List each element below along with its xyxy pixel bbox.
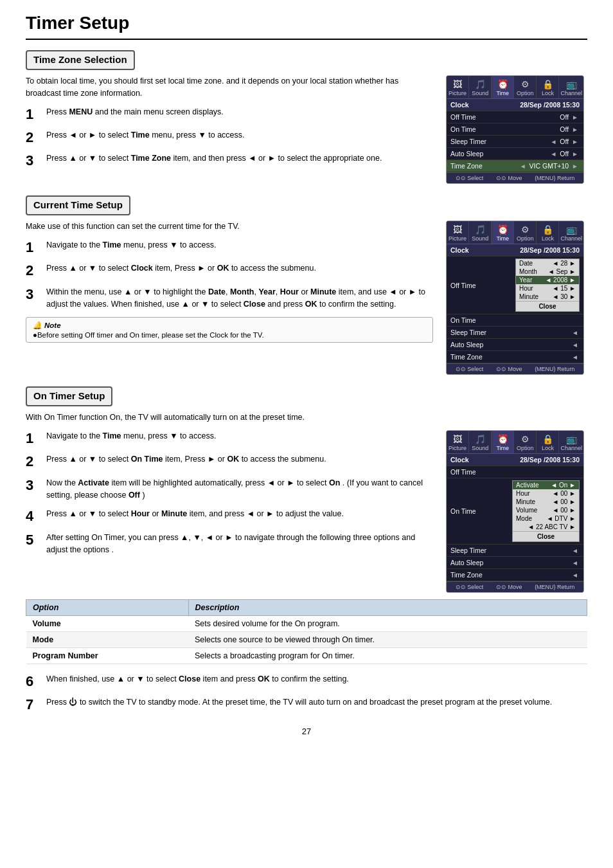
timezone-section: Time Zone Selection To obtain local time…	[26, 50, 587, 184]
popup-hour: Hour◄ 15 ►	[516, 284, 579, 293]
tv-icon-lock-2: 🔒Lock	[537, 221, 559, 244]
step-num-ot-5: 5	[26, 532, 41, 548]
note-title: 🔔 Note	[33, 321, 426, 330]
timezone-steps: To obtain local time, you should first s…	[26, 75, 433, 176]
tv-icon-option: ⚙Option	[514, 76, 537, 98]
step-num-ot-6: 6	[26, 673, 41, 690]
tv-icon-sound-3: 🎵Sound	[469, 431, 492, 453]
page-number: 27	[26, 727, 587, 736]
tv-menu-icons-2: 🖼Picture 🎵Sound ⏰Time ⚙Option 🔒Lock 📺Cha…	[447, 221, 583, 244]
tv-menu-row-sleep-3: Sleep Timer ◄	[447, 545, 583, 557]
step-ot-3: 3 Now the Activate item will be highligh…	[26, 477, 433, 502]
step-text-ot-7: Press ⏻ to switch the TV to standby mode…	[46, 696, 552, 709]
tv-icon-picture: 🖼Picture	[447, 76, 469, 98]
table-row: Program Number Selects a broadcasting pr…	[26, 647, 587, 664]
popup-ot-mode: Mode◄ DTV ►	[513, 514, 579, 523]
step-text-ot-5: After setting On Timer, you can press ▲,…	[46, 532, 433, 557]
tv-menu-row-timezone-3: Time Zone ◄	[447, 569, 583, 581]
tv-icon-option-3: ⚙Option	[514, 431, 537, 453]
tv-icon-channel-3: 📺Channel	[559, 431, 583, 453]
popup-ot-minute: Minute◄ 00 ►	[513, 498, 579, 506]
tv-icon-sound: 🎵Sound	[469, 76, 492, 98]
tv-icon-lock: 🔒Lock	[537, 76, 559, 98]
step-text-ot-6: When finished, use ▲ or ▼ to select Clos…	[46, 673, 349, 685]
tv-icon-time-3: ⏰Time	[492, 431, 514, 453]
step-num-tz-1: 1	[26, 106, 41, 123]
note-box: 🔔 Note ●Before setting Off timer and On …	[26, 317, 433, 343]
on-timer-section: On Timer Setup With On Timer function On…	[26, 386, 587, 714]
on-timer-steps: 1 Navigate to the Time menu, press ▼ to …	[26, 430, 433, 563]
step-text-tz-2: Press ◄ or ► to select Time menu, press …	[46, 129, 245, 141]
popup-ot-close-btn[interactable]: Close	[513, 531, 579, 541]
page-title: Timer Setup	[26, 13, 587, 40]
tv-menu-row-timezone-2: Time Zone ◄	[447, 351, 583, 363]
tv-menu-row-sleep-1: Sleep Timer ◄ Off ►	[447, 136, 583, 148]
step-tz-2: 2 Press ◄ or ► to select Time menu, pres…	[26, 129, 433, 146]
step-text-ot-4: Press ▲ or ▼ to select Hour or Minute it…	[46, 508, 344, 520]
tv-menu-row-autosleep-2: Auto Sleep ◄	[447, 339, 583, 351]
step-tz-3: 3 Press ▲ or ▼ to select Time Zone item,…	[26, 152, 433, 169]
popup-date: Date◄ 28 ►	[516, 259, 579, 267]
tv-icon-time: ⏰Time	[492, 76, 514, 98]
option-mode: Mode	[26, 631, 189, 647]
step-num-ot-1: 1	[26, 430, 41, 447]
step-text-ct-1: Navigate to the Time menu, press ▼ to ac…	[46, 239, 216, 251]
current-time-steps: Make use of this function can set the cu…	[26, 221, 433, 348]
step-text-ct-3: Within the menu, use ▲ or ▼ to highlight…	[46, 286, 433, 311]
on-timer-heading: On Timer Setup	[26, 386, 112, 406]
step-ct-1: 1 Navigate to the Time menu, press ▼ to …	[26, 239, 433, 256]
step-ct-2: 2 Press ▲ or ▼ to select Clock item, Pre…	[26, 262, 433, 279]
tv-menu-footer-2: ⊙⊙ Select⊙⊙ Move(MENU) Return	[447, 363, 583, 374]
step-ot-4: 4 Press ▲ or ▼ to select Hour or Minute …	[26, 508, 433, 525]
step-text-ot-3: Now the Activate item will be highlighte…	[46, 477, 433, 502]
note-label: Note	[44, 321, 61, 329]
current-time-heading: Current Time Setup	[26, 195, 130, 215]
step-num-tz-2: 2	[26, 129, 41, 146]
tv-icon-picture-2: 🖼Picture	[447, 221, 469, 244]
step-text-ot-1: Navigate to the Time menu, press ▼ to ac…	[46, 430, 216, 442]
step-ct-3: 3 Within the menu, use ▲ or ▼ to highlig…	[26, 286, 433, 311]
options-table-header-desc: Description	[188, 599, 587, 615]
tv-menu-row-ontime-1: On Time Off ►	[447, 123, 583, 136]
tv-menu-footer-1: ⊙⊙ Select⊙⊙ Move(MENU) Return	[447, 172, 583, 183]
note-text: ●Before setting Off timer and On timer, …	[33, 331, 264, 339]
tv-menu-row-autosleep-3: Auto Sleep ◄	[447, 557, 583, 569]
ui-menu-3: 🖼Picture 🎵Sound ⏰Time ⚙Option 🔒Lock 📺Cha…	[446, 430, 587, 593]
tv-menu-row-timezone-1: Time Zone ◄ VIC GMT+10 ►	[447, 160, 583, 172]
step-ot-1: 1 Navigate to the Time menu, press ▼ to …	[26, 430, 433, 447]
popup-ot-channel: ◄ 22 ABC TV ►	[513, 523, 579, 531]
current-time-desc: Make use of this function can set the cu…	[26, 221, 433, 233]
popup-ot-volume: Volume◄ 00 ►	[513, 506, 579, 514]
step-ot-2: 2 Press ▲ or ▼ to select On Time item, P…	[26, 453, 433, 470]
step-num-ct-2: 2	[26, 262, 41, 279]
step-num-ct-3: 3	[26, 286, 41, 303]
popup-ot-activate: Activate◄ On ►	[513, 481, 579, 489]
tv-menu-row-offtime-3: Off Time	[447, 466, 583, 478]
step-text-tz-1: Press MENU and the main menu screen disp…	[46, 106, 224, 118]
step-num-tz-3: 3	[26, 152, 41, 169]
tv-menu-row-offtime-2: Off Time Date◄ 28 ► Month◄ Sep ► Year◄ 2…	[447, 257, 583, 314]
tv-menu-row-sleep-2: Sleep Timer ◄	[447, 327, 583, 339]
tv-menu-row-ontime-2: On Time	[447, 314, 583, 327]
step-text-ot-2: Press ▲ or ▼ to select On Time item, Pre…	[46, 453, 326, 466]
option-mode-desc: Selects one source to be viewed through …	[188, 631, 587, 647]
popup-close-btn[interactable]: Close	[516, 301, 579, 311]
tv-menu-icons-3: 🖼Picture 🎵Sound ⏰Time ⚙Option 🔒Lock 📺Cha…	[447, 431, 583, 454]
step-ot-5: 5 After setting On Timer, you can press …	[26, 532, 433, 557]
tv-menu-row-clock-2: Clock 28/Sep /2008 15:30	[447, 244, 583, 257]
tv-icon-picture-3: 🖼Picture	[447, 431, 469, 453]
tv-menu-row-autosleep-1: Auto Sleep ◄ Off ►	[447, 148, 583, 160]
option-volume: Volume	[26, 615, 189, 631]
timezone-heading: Time Zone Selection	[26, 50, 135, 70]
tv-menu-row-clock-3: Clock 28/Sep /2008 15:30	[447, 454, 583, 466]
step-num-ot-7: 7	[26, 696, 41, 713]
tv-menu-row-offtime-1: Off Time Off ►	[447, 111, 583, 123]
on-timer-desc: With On Timer function On, the TV will a…	[26, 411, 587, 424]
popup-ot-hour: Hour◄ 00 ►	[513, 489, 579, 498]
popup-minute: Minute◄ 30 ►	[516, 293, 579, 301]
option-program: Program Number	[26, 647, 189, 664]
tv-icon-channel-2: 📺Channel	[559, 221, 583, 244]
tv-icon-time-2: ⏰Time	[492, 221, 514, 244]
tv-menu-row-ontime-3: On Time Activate◄ On ► Hour◄ 00 ► Minute…	[447, 478, 583, 545]
step-text-ct-2: Press ▲ or ▼ to select Clock item, Press…	[46, 262, 316, 275]
